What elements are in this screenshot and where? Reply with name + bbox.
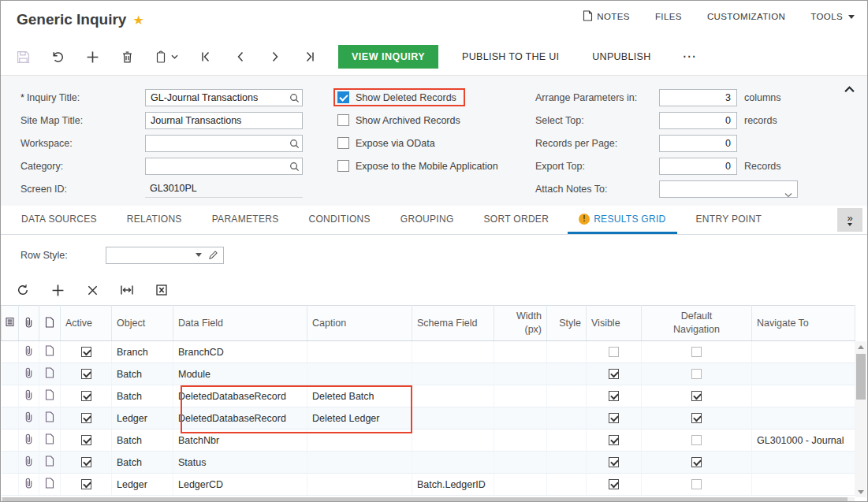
- visible-checkbox[interactable]: [609, 435, 619, 445]
- note-cell[interactable]: [39, 429, 61, 452]
- note-cell[interactable]: [39, 407, 61, 429]
- go-next-button[interactable]: [258, 50, 292, 63]
- cell-style[interactable]: [547, 341, 587, 363]
- row-selector-cell[interactable]: [2, 407, 19, 429]
- cell-visible[interactable]: [587, 407, 642, 429]
- cell-object[interactable]: Batch: [112, 429, 173, 452]
- tab-sort-order[interactable]: SORT ORDER: [473, 206, 561, 234]
- horizontal-scrollbar[interactable]: [1, 497, 855, 501]
- cell-navigate-to[interactable]: [752, 385, 855, 407]
- active-checkbox[interactable]: [81, 479, 91, 489]
- column-header-schema-field[interactable]: Schema Field: [412, 306, 494, 341]
- attachments-column-header[interactable]: [19, 306, 39, 341]
- param-input[interactable]: [659, 89, 737, 106]
- column-header-data-field[interactable]: Data Field: [173, 306, 307, 341]
- tab-relations[interactable]: RELATIONS: [116, 206, 193, 234]
- cell-style[interactable]: [547, 363, 587, 385]
- undo-button[interactable]: [40, 50, 75, 64]
- row-selector-cell[interactable]: [2, 341, 19, 363]
- add-button[interactable]: [75, 50, 110, 64]
- cell-active[interactable]: [61, 341, 112, 363]
- note-cell[interactable]: [39, 474, 61, 496]
- cell-object[interactable]: Batch: [112, 363, 173, 385]
- row-selector-cell[interactable]: [2, 385, 19, 407]
- active-checkbox[interactable]: [81, 391, 91, 401]
- attachment-cell[interactable]: [19, 341, 39, 363]
- refresh-button[interactable]: [6, 284, 40, 296]
- cell-caption[interactable]: Deleted Ledger: [307, 407, 412, 429]
- cell-default-navigation[interactable]: [642, 474, 752, 496]
- delete-button[interactable]: [110, 50, 144, 64]
- cell-navigate-to[interactable]: [752, 407, 855, 429]
- fit-to-screen-button[interactable]: [110, 284, 144, 296]
- default-navigation-checkbox[interactable]: [691, 457, 702, 467]
- default-navigation-checkbox[interactable]: [691, 479, 702, 489]
- tab-entry-point[interactable]: ENTRY POINT: [685, 206, 773, 234]
- default-navigation-checkbox[interactable]: [691, 369, 702, 379]
- cell-schema-field[interactable]: Batch.LedgerID: [412, 474, 494, 496]
- cell-navigate-to[interactable]: [752, 363, 855, 385]
- attachment-cell[interactable]: [19, 385, 39, 407]
- note-cell[interactable]: [39, 341, 61, 363]
- cell-visible[interactable]: [587, 385, 642, 407]
- column-header-caption[interactable]: Caption: [307, 306, 412, 341]
- cell-navigate-to[interactable]: GL301000 - Journal: [752, 429, 855, 452]
- cell-data-field[interactable]: DeletedDatabaseRecord: [173, 385, 307, 407]
- cell-active[interactable]: [61, 385, 112, 407]
- scrollbar-thumb[interactable]: [856, 354, 866, 400]
- delete-row-button[interactable]: [75, 284, 110, 296]
- cell-caption[interactable]: [307, 452, 412, 474]
- cell-visible[interactable]: [587, 429, 642, 452]
- note-cell[interactable]: [39, 363, 61, 385]
- customization-button[interactable]: CUSTOMIZATION: [707, 12, 785, 21]
- cell-navigate-to[interactable]: [752, 452, 855, 474]
- workspace-input[interactable]: [145, 135, 303, 152]
- tab-parameters[interactable]: PARAMETERS: [201, 206, 290, 234]
- magnifier-icon[interactable]: [289, 161, 300, 175]
- default-navigation-checkbox[interactable]: [691, 413, 702, 423]
- column-header-visible[interactable]: Visible: [587, 306, 642, 341]
- cell-style[interactable]: [547, 429, 587, 452]
- cell-schema-field[interactable]: [412, 341, 494, 363]
- inquiry-title-input[interactable]: [145, 89, 303, 106]
- visible-checkbox[interactable]: [609, 479, 619, 489]
- go-first-button[interactable]: [188, 50, 223, 63]
- cell-object[interactable]: Batch: [112, 385, 173, 407]
- favorite-star-icon[interactable]: ★: [132, 13, 143, 27]
- cell-object[interactable]: Ledger: [112, 407, 173, 429]
- cell-width[interactable]: [494, 452, 547, 474]
- cell-navigate-to[interactable]: [752, 341, 855, 363]
- row-selector-cell[interactable]: [2, 429, 19, 452]
- grid-settings-button[interactable]: [2, 306, 19, 341]
- cell-schema-field[interactable]: [412, 407, 494, 429]
- add-row-button[interactable]: [40, 284, 75, 297]
- column-header-style[interactable]: Style: [547, 306, 587, 341]
- cell-object[interactable]: Ledger: [112, 474, 173, 496]
- attachment-cell[interactable]: [19, 429, 39, 452]
- cell-active[interactable]: [61, 452, 112, 474]
- note-cell[interactable]: [39, 385, 61, 407]
- visible-checkbox[interactable]: [609, 347, 619, 357]
- cell-data-field[interactable]: BatchNbr: [173, 429, 307, 452]
- note-cell[interactable]: [39, 452, 61, 474]
- magnifier-icon[interactable]: [289, 92, 300, 106]
- cell-visible[interactable]: [587, 452, 642, 474]
- cell-caption[interactable]: [307, 341, 412, 363]
- tab-grouping[interactable]: GROUPING: [389, 206, 465, 234]
- more-actions-button[interactable]: ⋯: [683, 53, 696, 61]
- files-button[interactable]: FILES: [655, 12, 682, 21]
- row-selector-cell[interactable]: [2, 452, 19, 474]
- cell-data-field[interactable]: Module: [173, 363, 307, 385]
- cell-active[interactable]: [61, 474, 112, 496]
- scrollbar-thumb[interactable]: [2, 497, 848, 501]
- cell-default-navigation[interactable]: [642, 341, 752, 363]
- checkbox[interactable]: [337, 91, 349, 103]
- cell-active[interactable]: [61, 429, 112, 452]
- cell-active[interactable]: [61, 363, 112, 385]
- go-last-button[interactable]: [292, 50, 327, 63]
- tab-conditions[interactable]: CONDITIONS: [297, 206, 381, 234]
- magnifier-icon[interactable]: [289, 138, 300, 152]
- vertical-scrollbar[interactable]: [855, 341, 866, 497]
- row-selector-cell[interactable]: [2, 363, 19, 385]
- tab-overflow-button[interactable]: »: [837, 208, 862, 232]
